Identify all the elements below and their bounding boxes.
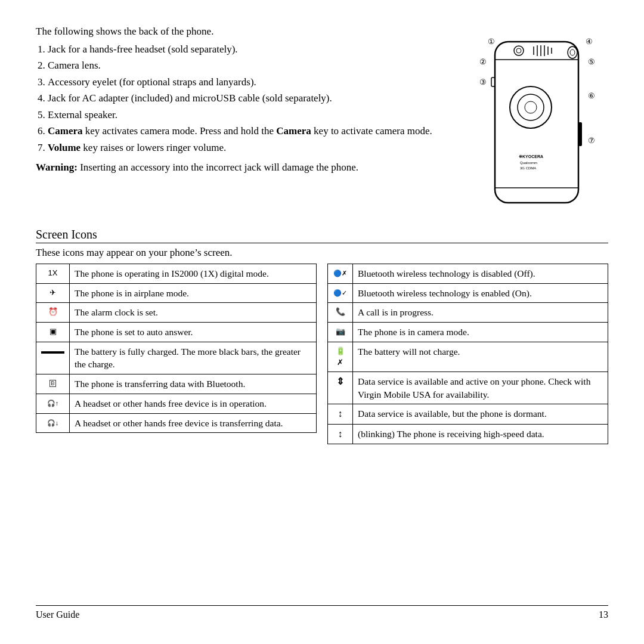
desc-cell: The phone is set to auto answer. [70, 323, 317, 342]
label-5: ⑤ [588, 57, 595, 66]
right-icons-table: 🔵✗ Bluetooth wireless technology is disa… [327, 264, 608, 444]
warning-text: Warning: Inserting an accessory into the… [36, 160, 453, 175]
section-title: Screen Icons [36, 228, 608, 243]
desc-cell: The phone is transferring data with Blue… [70, 374, 317, 394]
label-2: ② [479, 57, 487, 66]
icon-1x: 1X [48, 268, 58, 277]
desc-cell: The battery will not charge. [353, 342, 608, 371]
footer-right: 13 [599, 609, 608, 620]
icon-cell: 🄱 [36, 374, 70, 394]
svg-text:Qualcomm: Qualcomm [520, 161, 537, 165]
table-row: ↕ (blinking) The phone is receiving high… [328, 424, 608, 444]
desc-cell: The phone is in airplane mode. [70, 283, 317, 303]
svg-point-10 [568, 47, 577, 58]
table-row: 🎧↓ A headset or other hands free device … [36, 413, 317, 433]
icon-cell: 📞 [328, 303, 353, 323]
desc-cell: A headset or other hands free device is … [70, 394, 317, 413]
icon-airplane: ✈ [49, 288, 56, 297]
table-row: ✈ The phone is in airplane mode. [36, 283, 317, 303]
intro-text: The following shows the back of the phon… [36, 24, 453, 215]
table-row: 🔋✗ The battery will not charge. [328, 342, 608, 371]
icon-cell: 📷 [328, 323, 353, 342]
svg-point-2 [514, 46, 524, 55]
desc-cell: Data service is available, but the phone… [353, 404, 608, 424]
icon-data-active: ⇕ [336, 376, 344, 386]
svg-point-12 [510, 86, 552, 128]
icon-cell: ⏰ [36, 303, 70, 323]
icon-alarm: ⏰ [48, 307, 58, 316]
table-row: 🔵✓ Bluetooth wireless technology is enab… [328, 283, 608, 303]
icon-cell: 🔵✓ [328, 283, 353, 303]
label-1: ① [488, 37, 495, 46]
desc-cell: The alarm clock is set. [70, 303, 317, 323]
phone-diagram: ① ④ ② ⑤ ③ ⑥ ⑦ [465, 24, 608, 215]
section-subtitle: These icons may appear on your phone’s s… [36, 247, 608, 259]
icon-cell: 🎧↑ [36, 394, 70, 413]
desc-cell: A headset or other hands free device is … [70, 413, 317, 433]
desc-cell: The battery is fully charged. The more b… [70, 342, 317, 374]
desc-cell: A call is in progress. [353, 303, 608, 323]
left-icons-table: 1X The phone is operating in IS2000 (1X)… [36, 264, 317, 433]
footer-left: User Guide [36, 609, 79, 620]
tables-row: 1X The phone is operating in IS2000 (1X)… [36, 264, 608, 600]
svg-point-3 [516, 48, 521, 53]
desc-cell: (blinking) The phone is receiving high-s… [353, 424, 608, 444]
desc-cell: The phone is operating in IS2000 (1X) di… [70, 264, 317, 284]
icon-battery: ▬▬▬ [41, 346, 64, 355]
left-table-container: 1X The phone is operating in IS2000 (1X)… [36, 264, 317, 600]
desc-cell: Bluetooth wireless technology is enabled… [353, 283, 608, 303]
list-item: Volume key raises or lowers ringer volum… [48, 140, 453, 156]
icon-data-dormant: ↕ [338, 408, 343, 419]
feature-list: Jack for a hands-free headset (sold sepa… [48, 42, 453, 156]
table-row: 📞 A call is in progress. [328, 303, 608, 323]
label-6: ⑥ [588, 91, 595, 100]
list-item: External speaker. [48, 107, 453, 123]
icon-cell: ↕ [328, 424, 353, 444]
icon-headset-active: 🎧↑ [47, 400, 59, 407]
table-row: 1X The phone is operating in IS2000 (1X)… [36, 264, 317, 284]
icon-cell: ↕ [328, 404, 353, 424]
phone-svg: ① ④ ② ⑤ ③ ⑥ ⑦ [471, 30, 602, 215]
list-item: Camera lens. [48, 58, 453, 73]
table-row: 🄱 The phone is transferring data with Bl… [36, 374, 317, 394]
list-item: Camera key activates camera mode. Press … [48, 123, 453, 139]
icon-bt-on: 🔵✓ [333, 289, 347, 296]
svg-point-13 [518, 94, 544, 120]
table-row: ⇕ Data service is available and active o… [328, 371, 608, 404]
icon-cell: 🔋✗ [328, 342, 353, 371]
icon-cell: 1X [36, 264, 70, 284]
icon-auto-answer: ▣ [49, 327, 57, 336]
right-table-container: 🔵✗ Bluetooth wireless technology is disa… [327, 264, 608, 600]
icon-headset-data: 🎧↓ [47, 419, 59, 426]
table-row: ↕ Data service is available, but the pho… [328, 404, 608, 424]
table-row: ▣ The phone is set to auto answer. [36, 323, 317, 342]
table-row: ⏰ The alarm clock is set. [36, 303, 317, 323]
icon-cell: 🔵✗ [328, 264, 353, 284]
icon-no-charge: 🔋✗ [336, 346, 345, 367]
label-4: ④ [586, 37, 593, 46]
table-row: 📷 The phone is in camera mode. [328, 323, 608, 342]
list-item: Jack for AC adapter (included) and micro… [48, 91, 453, 106]
list-item: Accessory eyelet (for optional straps an… [48, 75, 453, 90]
desc-cell: Data service is available and active on … [353, 371, 608, 404]
table-row: 🎧↑ A headset or other hands free device … [36, 394, 317, 413]
svg-rect-18 [578, 122, 582, 146]
table-row: 🔵✗ Bluetooth wireless technology is disa… [328, 264, 608, 284]
table-row: ▬▬▬ The battery is fully charged. The mo… [36, 342, 317, 374]
icon-cell: ▣ [36, 323, 70, 342]
icon-data-highspeed: ↕ [338, 429, 343, 439]
brand-logo: ❊KYOCERA [519, 154, 543, 159]
footer: User Guide 13 [36, 605, 608, 620]
svg-rect-0 [495, 42, 578, 203]
page: The following shows the back of the phon… [0, 0, 644, 644]
svg-point-14 [525, 101, 537, 113]
list-item: Jack for a hands-free headset (sold sepa… [48, 42, 453, 57]
top-section: The following shows the back of the phon… [36, 24, 608, 215]
icon-camera: 📷 [336, 327, 345, 336]
icon-bt-transfer: 🄱 [49, 380, 56, 387]
icon-cell: ▬▬▬ [36, 342, 70, 374]
desc-cell: The phone is in camera mode. [353, 323, 608, 342]
icon-cell: ⇕ [328, 371, 353, 404]
intro-line1: The following shows the back of the phon… [36, 24, 453, 39]
label-7: ⑦ [588, 136, 595, 145]
